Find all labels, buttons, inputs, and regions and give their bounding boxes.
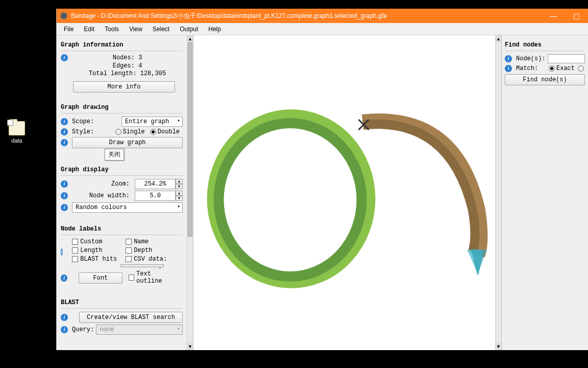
chk-blast[interactable]: BLAST hits — [72, 256, 120, 263]
right-panel: Find nodes i Node(s): i Match: Exact Fin… — [501, 35, 588, 350]
find-nodes-button[interactable]: Find node(s) — [505, 74, 585, 85]
svg-point-1 — [219, 123, 362, 277]
font-button[interactable]: Font — [79, 272, 122, 284]
info-icon[interactable]: i — [61, 54, 68, 61]
graph-svg — [193, 35, 501, 350]
match-label: Match: — [516, 65, 538, 72]
info-icon[interactable]: i — [61, 248, 63, 256]
menu-output[interactable]: Output — [175, 24, 203, 34]
graph-info-text: Nodes: 3 Edges: 4 Total length: 128,305 — [72, 54, 183, 78]
style-label: Style: — [72, 128, 94, 135]
info-icon[interactable]: i — [505, 55, 512, 62]
info-icon[interactable]: i — [61, 118, 68, 125]
canvas-scroll-down-icon[interactable]: ▼ — [496, 343, 501, 350]
window-title: Bandage - D:/Document And Settings2/小虫子/… — [71, 12, 542, 20]
query-combo[interactable]: none — [96, 325, 183, 335]
folder-icon: ✓ — [9, 121, 25, 135]
desktop-folder-data[interactable]: ✓ data — [4, 121, 30, 144]
titlebar[interactable]: Bandage - D:/Document And Settings2/小虫子/… — [57, 9, 588, 23]
info-icon[interactable]: i — [61, 314, 68, 321]
menu-select[interactable]: Select — [148, 24, 175, 34]
chk-length[interactable]: Length — [72, 247, 120, 254]
scroll-down-icon[interactable]: ▼ — [187, 343, 193, 350]
style-double-radio[interactable]: Double — [150, 128, 180, 135]
zoom-input[interactable] — [135, 179, 176, 189]
menu-edit[interactable]: Edit — [79, 24, 100, 34]
section-graph-drawing: Graph drawing — [61, 104, 183, 111]
scrollbar-thumb[interactable] — [188, 42, 192, 237]
chk-custom[interactable]: Custom — [72, 238, 120, 245]
checkbox-icon: ✓ — [7, 120, 13, 126]
graph-canvas[interactable]: ▲ ▼ — [193, 35, 501, 350]
info-icon[interactable]: i — [61, 180, 68, 188]
chk-csv[interactable]: CSV data: — [126, 256, 167, 263]
section-blast: BLAST — [61, 299, 183, 306]
node-width-label: Node width: — [72, 192, 133, 199]
node-width-spinner[interactable]: ▲▼ — [135, 191, 183, 201]
desktop-folder-label: data — [11, 137, 22, 144]
menu-tools[interactable]: Tools — [100, 24, 124, 34]
desktop: ✓ data Bandage - D:/Document And Setting… — [0, 0, 588, 368]
scroll-up-icon[interactable]: ▲ — [187, 35, 193, 42]
section-node-labels: Node labels — [61, 225, 183, 233]
tooltip-close: 关闭 — [105, 149, 124, 160]
draw-graph-button[interactable]: Draw graph — [72, 137, 183, 148]
zoom-down[interactable]: ▼ — [176, 184, 183, 189]
style-single-radio[interactable]: Single — [115, 128, 145, 135]
section-graph-info: Graph information — [61, 41, 183, 49]
canvas-scrollbar[interactable]: ▲ ▼ — [495, 35, 501, 350]
app-window: Bandage - D:/Document And Settings2/小虫子/… — [56, 9, 588, 350]
info-icon[interactable]: i — [61, 274, 67, 282]
chk-text-outline[interactable]: Text outline — [129, 270, 178, 285]
find-nodes-label: Node(s): — [516, 55, 546, 62]
query-label: Query: — [72, 326, 94, 333]
sidebar-scrollbar[interactable]: ▲ ▼ — [187, 35, 193, 350]
info-icon[interactable]: i — [61, 204, 68, 211]
chk-depth[interactable]: Depth — [126, 247, 152, 254]
node-width-input[interactable] — [135, 191, 176, 201]
app-icon — [60, 12, 68, 20]
workarea: Graph information i Nodes: 3 Edges: 4 To… — [57, 35, 588, 350]
chk-name[interactable]: Name — [126, 238, 149, 245]
scope-label: Scope: — [72, 118, 94, 125]
blast-create-button[interactable]: Create/view BLAST search — [79, 312, 183, 323]
csv-combo — [120, 264, 164, 267]
nw-down[interactable]: ▼ — [176, 196, 183, 201]
scope-combo[interactable]: Entire graph — [121, 117, 183, 127]
menu-view[interactable]: View — [124, 24, 148, 34]
menu-file[interactable]: File — [59, 24, 79, 34]
menu-help[interactable]: Help — [203, 24, 226, 34]
more-info-button[interactable]: More info — [73, 81, 175, 93]
maximize-button[interactable]: ▢ — [565, 9, 588, 23]
left-sidebar: Graph information i Nodes: 3 Edges: 4 To… — [57, 35, 193, 350]
section-graph-display: Graph display — [61, 166, 183, 173]
match-other-radio[interactable] — [578, 65, 584, 72]
zoom-up[interactable]: ▲ — [176, 179, 183, 184]
colour-combo[interactable]: Random colours — [72, 202, 183, 213]
zoom-spinner[interactable]: ▲▼ — [135, 179, 183, 189]
menubar: File Edit Tools View Select Output Help — [57, 23, 588, 35]
info-icon[interactable]: i — [61, 326, 68, 333]
info-icon[interactable]: i — [61, 192, 68, 199]
match-exact-radio[interactable]: Exact — [549, 65, 575, 72]
nw-up[interactable]: ▲ — [176, 191, 183, 196]
info-icon[interactable]: i — [61, 128, 68, 135]
find-nodes-input[interactable] — [548, 54, 585, 63]
zoom-label: Zoom: — [72, 180, 133, 188]
minimize-button[interactable]: — — [542, 9, 565, 23]
canvas-scroll-up-icon[interactable]: ▲ — [496, 35, 501, 42]
info-icon[interactable]: i — [505, 65, 512, 72]
section-find-nodes: Find nodes — [505, 41, 585, 49]
info-icon[interactable]: i — [61, 139, 68, 146]
